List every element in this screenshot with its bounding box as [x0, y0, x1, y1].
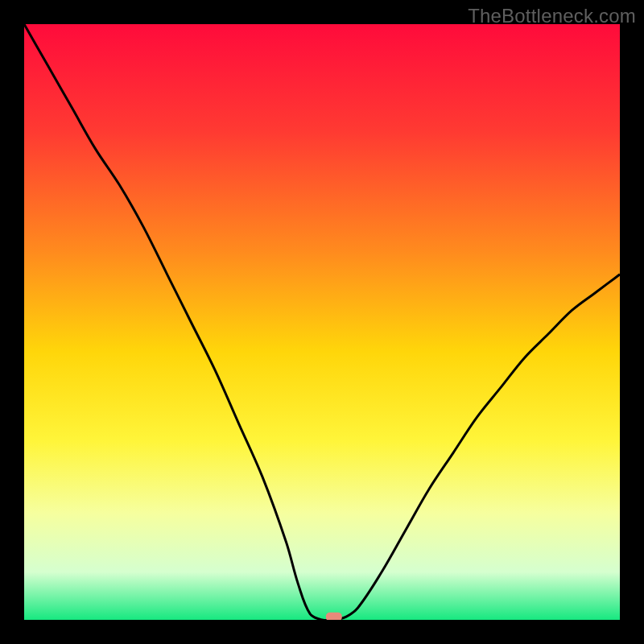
chart-background: [24, 24, 620, 620]
chart-plot: [24, 24, 620, 620]
chart-frame: TheBottleneck.com: [0, 0, 644, 644]
min-marker: [326, 613, 342, 620]
watermark-text: TheBottleneck.com: [468, 5, 636, 27]
